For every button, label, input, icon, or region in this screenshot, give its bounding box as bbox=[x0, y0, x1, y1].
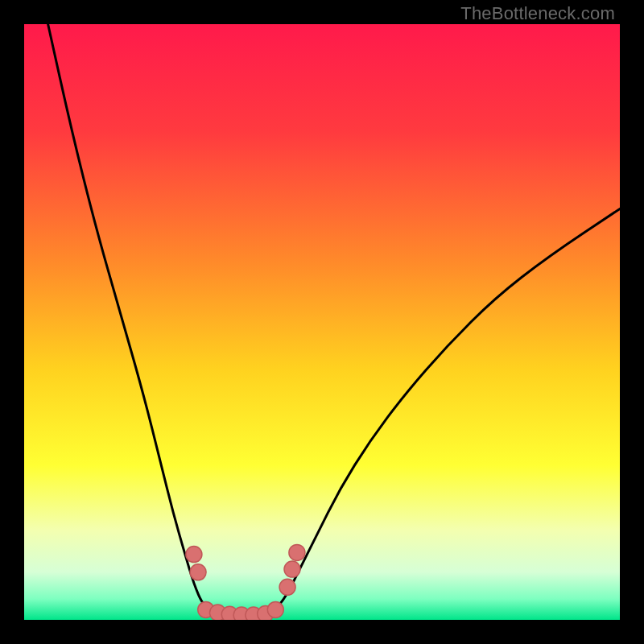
marker-dot bbox=[190, 564, 206, 580]
watermark-text: TheBottleneck.com bbox=[460, 3, 615, 24]
marker-dot bbox=[186, 547, 202, 563]
chart-frame: TheBottleneck.com bbox=[0, 0, 644, 644]
marker-dot bbox=[267, 601, 283, 617]
marker-dots bbox=[24, 24, 620, 620]
marker-dot bbox=[279, 579, 295, 595]
marker-dot bbox=[289, 544, 305, 560]
marker-dot bbox=[284, 561, 300, 577]
plot-area bbox=[24, 24, 620, 620]
